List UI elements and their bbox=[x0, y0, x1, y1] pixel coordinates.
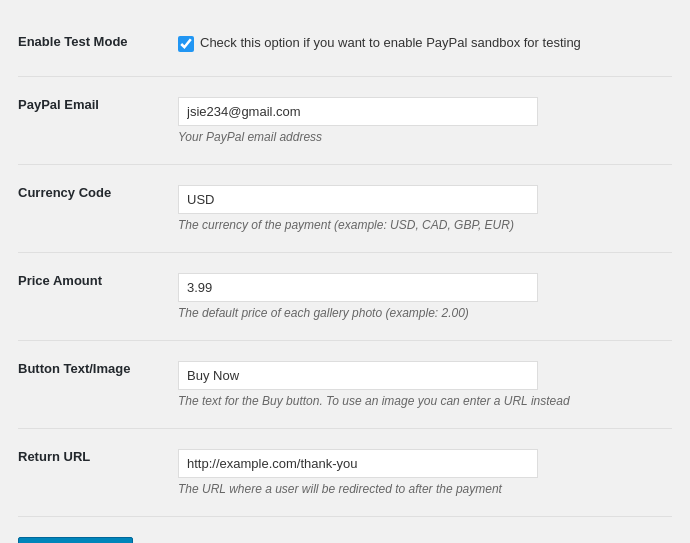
enable-test-mode-label: Enable Test Mode bbox=[18, 34, 128, 49]
currency-code-row: Currency Code The currency of the paymen… bbox=[10, 175, 680, 242]
price-amount-description: The default price of each gallery photo … bbox=[178, 306, 672, 320]
button-text-image-input[interactable] bbox=[178, 361, 538, 390]
price-amount-row: Price Amount The default price of each g… bbox=[10, 263, 680, 330]
return-url-input[interactable] bbox=[178, 449, 538, 478]
currency-code-input[interactable] bbox=[178, 185, 538, 214]
paypal-email-label: PayPal Email bbox=[18, 97, 99, 112]
save-button-row: Save Changes bbox=[10, 527, 680, 543]
return-url-label: Return URL bbox=[18, 449, 90, 464]
currency-code-label: Currency Code bbox=[18, 185, 111, 200]
button-text-image-label: Button Text/Image bbox=[18, 361, 130, 376]
price-amount-input[interactable] bbox=[178, 273, 538, 302]
paypal-email-row: PayPal Email Your PayPal email address bbox=[10, 87, 680, 154]
save-changes-button[interactable]: Save Changes bbox=[18, 537, 133, 543]
enable-test-mode-checkbox[interactable] bbox=[178, 36, 194, 52]
return-url-row: Return URL The URL where a user will be … bbox=[10, 439, 680, 506]
enable-test-mode-description: Check this option if you want to enable … bbox=[200, 34, 581, 52]
enable-test-mode-row: Enable Test Mode Check this option if yo… bbox=[10, 20, 680, 66]
currency-code-description: The currency of the payment (example: US… bbox=[178, 218, 672, 232]
paypal-email-description: Your PayPal email address bbox=[178, 130, 672, 144]
button-text-image-row: Button Text/Image The text for the Buy b… bbox=[10, 351, 680, 418]
price-amount-label: Price Amount bbox=[18, 273, 102, 288]
button-text-image-description: The text for the Buy button. To use an i… bbox=[178, 394, 672, 408]
return-url-description: The URL where a user will be redirected … bbox=[178, 482, 672, 496]
paypal-email-input[interactable] bbox=[178, 97, 538, 126]
